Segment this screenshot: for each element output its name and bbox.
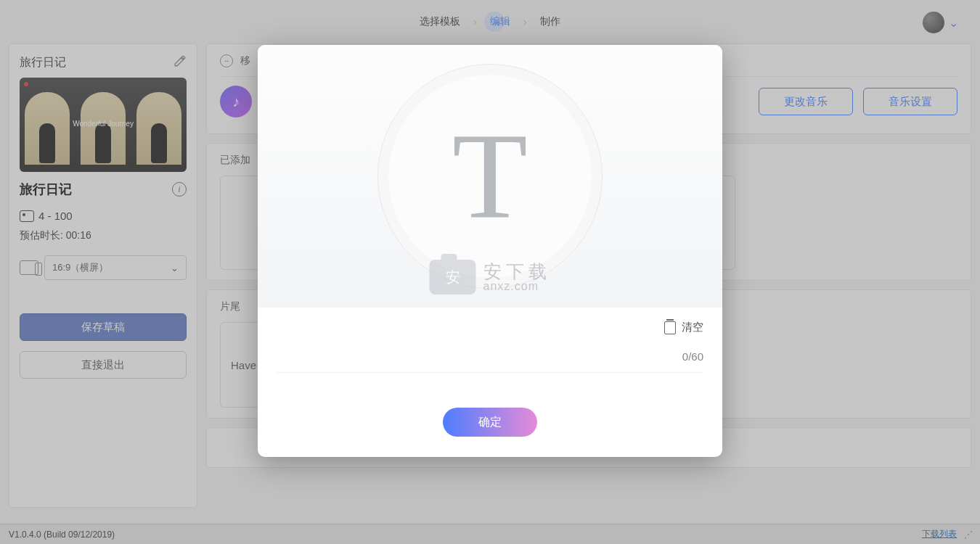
confirm-button[interactable]: 确定 xyxy=(443,408,537,437)
camera-icon xyxy=(430,260,476,294)
clear-button[interactable]: 清空 xyxy=(277,321,703,334)
modal-preview: T 安下载 anxz.com xyxy=(258,45,722,308)
char-counter: 0/60 xyxy=(682,350,703,363)
text-input[interactable] xyxy=(277,345,682,368)
text-edit-modal: T 安下载 anxz.com 清空 0/60 确定 xyxy=(258,45,722,457)
modal-overlay: T 安下载 anxz.com 清空 0/60 确定 xyxy=(0,0,980,544)
watermark: 安下载 anxz.com xyxy=(430,260,551,294)
text-type-icon: T xyxy=(377,64,603,289)
trash-icon xyxy=(664,321,676,334)
clear-label: 清空 xyxy=(682,321,703,334)
